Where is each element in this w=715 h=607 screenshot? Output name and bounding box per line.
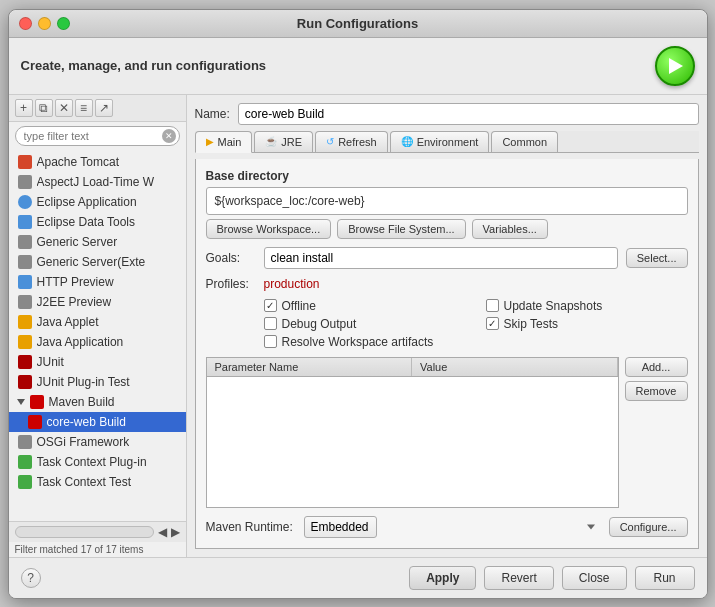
- task-icon: [17, 474, 33, 490]
- http-icon: [17, 274, 33, 290]
- dir-buttons: Browse Workspace... Browse File System..…: [206, 219, 688, 239]
- filter-input[interactable]: [15, 126, 180, 146]
- runtime-select-wrapper: Embedded: [304, 516, 601, 538]
- params-body[interactable]: [207, 377, 618, 427]
- list-item[interactable]: J2EE Preview: [9, 292, 186, 312]
- delete-btn[interactable]: ✕: [55, 99, 73, 117]
- minimize-window-btn[interactable]: [38, 17, 51, 30]
- sidebar-item-label: JUnit: [37, 355, 64, 369]
- resolve-workspace-checkbox[interactable]: Resolve Workspace artifacts: [264, 335, 688, 349]
- list-item[interactable]: OSGi Framework: [9, 432, 186, 452]
- filter-btn[interactable]: ≡: [75, 99, 93, 117]
- list-item[interactable]: Generic Server(Exte: [9, 252, 186, 272]
- configure-runtime-btn[interactable]: Configure...: [609, 517, 688, 537]
- offline-cb-indicator: [264, 299, 277, 312]
- add-param-btn[interactable]: Add...: [625, 357, 688, 377]
- sidebar: + ⧉ ✕ ≡ ↗ ✕ Apache Tomcat: [9, 95, 187, 557]
- params-table: Parameter Name Value: [206, 357, 619, 508]
- close-button[interactable]: Close: [562, 566, 627, 590]
- duplicate-btn[interactable]: ⧉: [35, 99, 53, 117]
- run-button[interactable]: [655, 46, 695, 86]
- j2ee-icon: [17, 294, 33, 310]
- tab-main[interactable]: ▶ Main: [195, 131, 253, 153]
- runtime-select[interactable]: Embedded: [304, 516, 377, 538]
- filter-clear-btn[interactable]: ✕: [162, 129, 176, 143]
- sidebar-item-label: Maven Build: [49, 395, 115, 409]
- browse-filesystem-btn[interactable]: Browse File System...: [337, 219, 465, 239]
- list-item[interactable]: Task Context Plug-in: [9, 452, 186, 472]
- maven-icon: [29, 394, 45, 410]
- param-name-col: Parameter Name: [207, 358, 413, 376]
- sidebar-item-label: J2EE Preview: [37, 295, 112, 309]
- list-item[interactable]: core-web Build: [9, 412, 186, 432]
- tab-common[interactable]: Common: [491, 131, 558, 152]
- aspect-icon: [17, 174, 33, 190]
- export-btn[interactable]: ↗: [95, 99, 113, 117]
- list-item[interactable]: Java Applet: [9, 312, 186, 332]
- run-configurations-window: Run Configurations Create, manage, and r…: [8, 9, 708, 599]
- list-item[interactable]: Java Application: [9, 332, 186, 352]
- param-value-col: Value: [412, 358, 618, 376]
- sidebar-item-label: OSGi Framework: [37, 435, 130, 449]
- list-item[interactable]: HTTP Preview: [9, 272, 186, 292]
- sidebar-footer: ◀ ▶: [9, 521, 186, 542]
- sidebar-item-label: Java Application: [37, 335, 124, 349]
- run-arrow-icon: [669, 58, 683, 74]
- horizontal-scrollbar[interactable]: [15, 526, 154, 538]
- right-panel: Name: ▶ Main ☕ JRE ↺ Refresh: [187, 95, 707, 557]
- list-item[interactable]: Task Context Test: [9, 472, 186, 492]
- skip-tests-checkbox[interactable]: Skip Tests: [486, 317, 688, 331]
- params-section: Parameter Name Value Add... Remove: [206, 357, 688, 508]
- list-item[interactable]: Generic Server: [9, 232, 186, 252]
- help-button[interactable]: ?: [21, 568, 41, 588]
- offline-checkbox[interactable]: Offline: [264, 299, 466, 313]
- eclipse-icon: [17, 194, 33, 210]
- browse-workspace-btn[interactable]: Browse Workspace...: [206, 219, 332, 239]
- goals-input[interactable]: [264, 247, 618, 269]
- scroll-right-btn[interactable]: ▶: [171, 525, 180, 539]
- profiles-row: Profiles: production: [206, 277, 688, 291]
- tabs-bar: ▶ Main ☕ JRE ↺ Refresh 🌐 Environment: [195, 131, 699, 153]
- apply-button[interactable]: Apply: [409, 566, 476, 590]
- new-config-btn[interactable]: +: [15, 99, 33, 117]
- junit-icon: [17, 374, 33, 390]
- close-window-btn[interactable]: [19, 17, 32, 30]
- run-config-button[interactable]: Run: [635, 566, 695, 590]
- list-item[interactable]: Maven Build: [9, 392, 186, 412]
- update-snapshots-checkbox[interactable]: Update Snapshots: [486, 299, 688, 313]
- tab-environment[interactable]: 🌐 Environment: [390, 131, 490, 152]
- list-item[interactable]: Eclipse Application: [9, 192, 186, 212]
- goals-label: Goals:: [206, 251, 256, 265]
- revert-button[interactable]: Revert: [484, 566, 553, 590]
- bottom-bar: ? Apply Revert Close Run: [9, 557, 707, 598]
- list-item[interactable]: Eclipse Data Tools: [9, 212, 186, 232]
- list-item[interactable]: JUnit Plug-in Test: [9, 372, 186, 392]
- list-item[interactable]: JUnit: [9, 352, 186, 372]
- list-item[interactable]: Apache Tomcat: [9, 152, 186, 172]
- sidebar-list[interactable]: Apache Tomcat AspectJ Load-Time W Eclips…: [9, 150, 186, 521]
- skip-tests-label: Skip Tests: [504, 317, 558, 331]
- variables-btn[interactable]: Variables...: [472, 219, 548, 239]
- name-row: Name:: [195, 103, 699, 125]
- base-directory-title: Base directory: [206, 169, 688, 183]
- remove-param-btn[interactable]: Remove: [625, 381, 688, 401]
- sidebar-item-label: Generic Server: [37, 235, 118, 249]
- title-bar: Run Configurations: [9, 10, 707, 38]
- sidebar-item-label: Apache Tomcat: [37, 155, 120, 169]
- sidebar-item-label: Eclipse Application: [37, 195, 137, 209]
- goals-row: Goals: Select...: [206, 247, 688, 269]
- select-btn[interactable]: Select...: [626, 248, 688, 268]
- runtime-row: Maven Runtime: Embedded Configure...: [206, 516, 688, 538]
- maximize-window-btn[interactable]: [57, 17, 70, 30]
- scroll-left-btn[interactable]: ◀: [158, 525, 167, 539]
- tab-common-label: Common: [502, 136, 547, 148]
- generic-icon: [17, 234, 33, 250]
- base-directory-value[interactable]: ${workspace_loc:/core-web}: [206, 187, 688, 215]
- list-item[interactable]: AspectJ Load-Time W: [9, 172, 186, 192]
- checkboxes-grid: Offline Update Snapshots Debug Output: [206, 299, 688, 349]
- tab-refresh[interactable]: ↺ Refresh: [315, 131, 388, 152]
- tab-jre[interactable]: ☕ JRE: [254, 131, 313, 152]
- window-body: Create, manage, and run configurations +…: [9, 38, 707, 598]
- name-input[interactable]: [238, 103, 699, 125]
- debug-output-checkbox[interactable]: Debug Output: [264, 317, 466, 331]
